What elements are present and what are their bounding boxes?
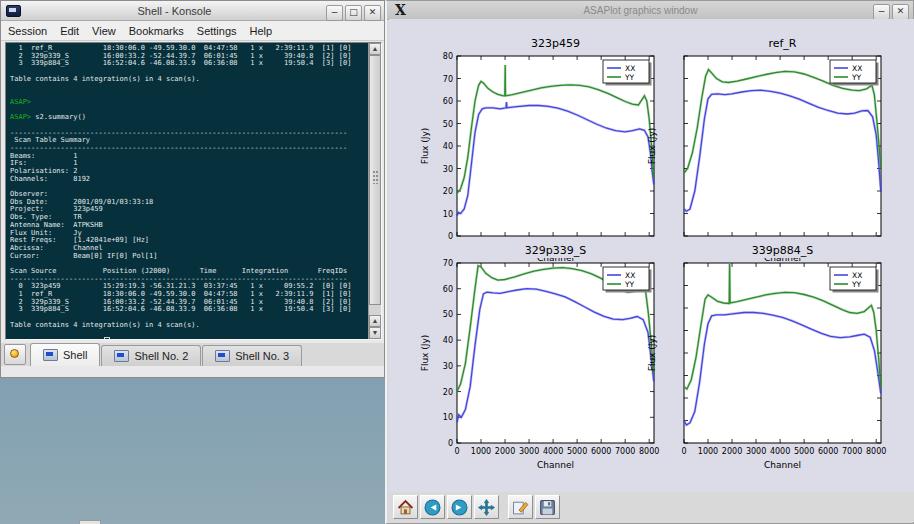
chart-text: 7000 bbox=[615, 447, 635, 456]
chart-text: XX bbox=[852, 64, 862, 73]
menu-bookmarks[interactable]: Bookmarks bbox=[129, 25, 184, 37]
desktop: { "konsole": { "title": "Shell - Konsole… bbox=[0, 0, 914, 524]
konsole-menubar: SessionEditViewBookmarksSettingsHelp bbox=[1, 21, 384, 41]
chart-text: 60 bbox=[443, 285, 453, 294]
chart-text: YY bbox=[851, 73, 862, 82]
tab-shell-no-3[interactable]: Shell No. 3 bbox=[202, 345, 302, 366]
chart-text: YY bbox=[624, 280, 635, 289]
terminal-line: Channels: 8192 bbox=[10, 176, 368, 184]
scroll-up2-icon[interactable]: ▲ bbox=[369, 315, 381, 327]
plot-toolbar bbox=[389, 492, 914, 522]
menu-session[interactable]: Session bbox=[8, 25, 47, 37]
scroll-up-icon[interactable]: ▲ bbox=[369, 43, 381, 55]
chart-329p339_S: 0100020003000400050006000700080000102030… bbox=[420, 241, 659, 470]
chart-text: 8000 bbox=[639, 447, 659, 456]
menu-settings[interactable]: Settings bbox=[197, 25, 237, 37]
terminal-line: Table contains 4 integration(s) in 4 sca… bbox=[10, 76, 368, 84]
terminal-line: Cursor: Beam[0] IF[0] Pol[1] bbox=[10, 253, 368, 261]
tab-label: Shell bbox=[63, 349, 87, 361]
chart-text: 40 bbox=[443, 142, 453, 151]
chart-text: 4000 bbox=[770, 447, 790, 456]
terminal-line bbox=[10, 329, 368, 337]
chart-text: 0 bbox=[448, 439, 453, 448]
chart-text: YY bbox=[851, 280, 862, 289]
scrollbar-thumb[interactable] bbox=[369, 55, 381, 305]
chart-text: 7000 bbox=[842, 447, 862, 456]
chart-text: 1000 bbox=[471, 447, 491, 456]
pan-icon bbox=[478, 499, 495, 516]
asaplot-window-title: ASAPlot graphics window bbox=[410, 5, 871, 16]
terminal[interactable]: 1 ref_R 18:30:06.0 -49.59.30.0 04:47:58 … bbox=[5, 42, 382, 340]
terminal-line: 3 339p884_S 16:52:04.6 -46.08.33.9 06:36… bbox=[10, 60, 368, 68]
new-session-button[interactable] bbox=[4, 344, 26, 365]
chart-text: 70 bbox=[443, 75, 453, 84]
chart-text: 0 bbox=[448, 232, 453, 241]
terminal-scrollbar[interactable]: ▲ ▲ ▼ bbox=[368, 43, 381, 339]
close-icon[interactable]: ✕ bbox=[364, 5, 381, 21]
close-icon[interactable]: ✕ bbox=[892, 4, 909, 20]
chart-text: XX bbox=[852, 271, 862, 280]
chart-text: Flux (Jy) bbox=[420, 128, 430, 165]
menu-help[interactable]: Help bbox=[250, 25, 273, 37]
taskbar-peek[interactable] bbox=[79, 520, 101, 524]
chart-text: YY bbox=[624, 73, 635, 82]
chart-text: 1000 bbox=[698, 447, 718, 456]
tab-label: Shell No. 2 bbox=[134, 350, 188, 362]
chart-title: ref_R bbox=[768, 37, 796, 50]
figure-canvas[interactable]: 01020304050607080ChannelFlux (Jy)XXYY323… bbox=[389, 19, 914, 493]
pan-button[interactable] bbox=[474, 495, 499, 519]
chart-text: 50 bbox=[443, 310, 453, 319]
maximize-icon[interactable]: □ bbox=[345, 5, 362, 21]
minimize-icon[interactable]: − bbox=[873, 4, 890, 20]
terminal-line bbox=[10, 83, 368, 91]
chart-text: Channel bbox=[764, 460, 801, 470]
chart-text: Flux (Jy) bbox=[647, 335, 657, 372]
terminal-icon bbox=[215, 350, 230, 362]
chart-title: 329p339_S bbox=[525, 244, 586, 257]
back-icon bbox=[424, 499, 441, 516]
konsole-tabbar: ShellShell No. 2Shell No. 3 bbox=[1, 343, 384, 366]
minimize-icon[interactable]: − bbox=[326, 5, 343, 21]
chart-text: 10 bbox=[443, 413, 453, 422]
terminal-text[interactable]: 1 ref_R 18:30:06.0 -49.59.30.0 04:47:58 … bbox=[6, 43, 368, 339]
zoom-rect-button[interactable] bbox=[508, 495, 533, 519]
chart-text: 5000 bbox=[567, 447, 587, 456]
chart-text: 8000 bbox=[866, 447, 886, 456]
chart-text: 20 bbox=[443, 388, 453, 397]
home-icon bbox=[397, 499, 414, 516]
chart-text: 60 bbox=[443, 97, 453, 106]
menu-edit[interactable]: Edit bbox=[60, 25, 79, 37]
konsole-window-title: Shell - Konsole bbox=[25, 5, 324, 17]
chart-text: 3000 bbox=[746, 447, 766, 456]
chart-text: 40 bbox=[443, 336, 453, 345]
chart-text: 3000 bbox=[519, 447, 539, 456]
chart-text: 5000 bbox=[794, 447, 814, 456]
konsole-window: Shell - Konsole −□✕ SessionEditViewBookm… bbox=[0, 0, 385, 378]
back-button[interactable] bbox=[420, 495, 445, 519]
chart-text: Channel bbox=[537, 460, 574, 470]
tab-label: Shell No. 3 bbox=[235, 350, 289, 362]
konsole-titlebar[interactable]: Shell - Konsole −□✕ bbox=[1, 1, 384, 21]
chart-text: 2000 bbox=[495, 447, 515, 456]
terminal-line: 3 339p884_S 16:52:04.6 -46.08.33.9 06:36… bbox=[10, 306, 368, 314]
forward-icon bbox=[451, 499, 468, 516]
terminal-cursor bbox=[104, 337, 110, 339]
chart-text: 0 bbox=[454, 447, 459, 456]
plots-svg[interactable]: 01020304050607080ChannelFlux (Jy)XXYY323… bbox=[389, 19, 914, 492]
chart-text: Flux (Jy) bbox=[420, 335, 430, 372]
tab-shell-no-2[interactable]: Shell No. 2 bbox=[101, 345, 201, 366]
tab-shell[interactable]: Shell bbox=[30, 343, 100, 366]
home-button[interactable] bbox=[393, 495, 418, 519]
chart-text: 0 bbox=[681, 447, 686, 456]
chart-text: 4000 bbox=[543, 447, 563, 456]
chart-text: 20 bbox=[443, 187, 453, 196]
save-button[interactable] bbox=[535, 495, 560, 519]
asaplot-window: X ASAPlot graphics window −✕ 01020304050… bbox=[385, 0, 914, 524]
menu-view[interactable]: View bbox=[92, 25, 116, 37]
chart-text: 6000 bbox=[591, 447, 611, 456]
terminal-line bbox=[10, 91, 368, 99]
forward-button[interactable] bbox=[447, 495, 472, 519]
asaplot-titlebar[interactable]: X ASAPlot graphics window −✕ bbox=[387, 1, 913, 20]
chart-323p459: 01020304050607080ChannelFlux (Jy)XXYY323… bbox=[420, 37, 654, 263]
scroll-down-icon[interactable]: ▼ bbox=[369, 327, 381, 339]
